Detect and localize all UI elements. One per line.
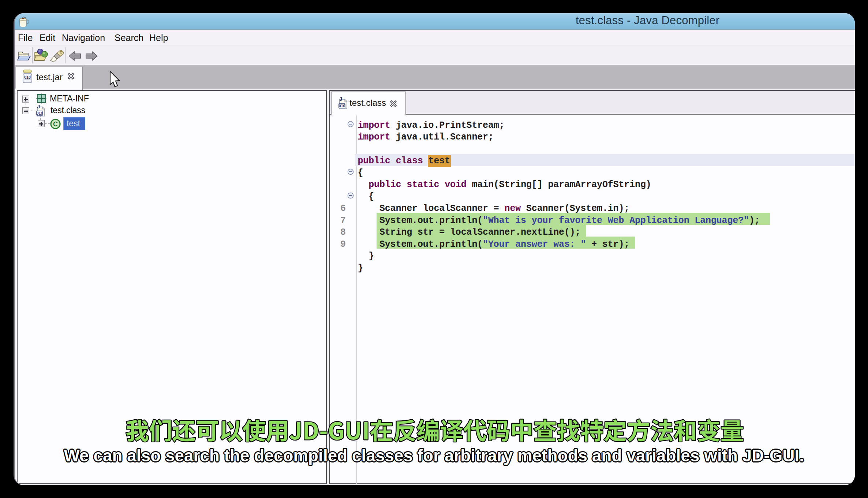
svg-text:J: J	[37, 104, 40, 109]
svg-text:010: 010	[37, 111, 43, 115]
svg-text:010: 010	[24, 75, 31, 79]
svg-text:J: J	[339, 96, 342, 102]
svg-text:C: C	[53, 120, 58, 128]
svg-text:010: 010	[339, 104, 345, 108]
